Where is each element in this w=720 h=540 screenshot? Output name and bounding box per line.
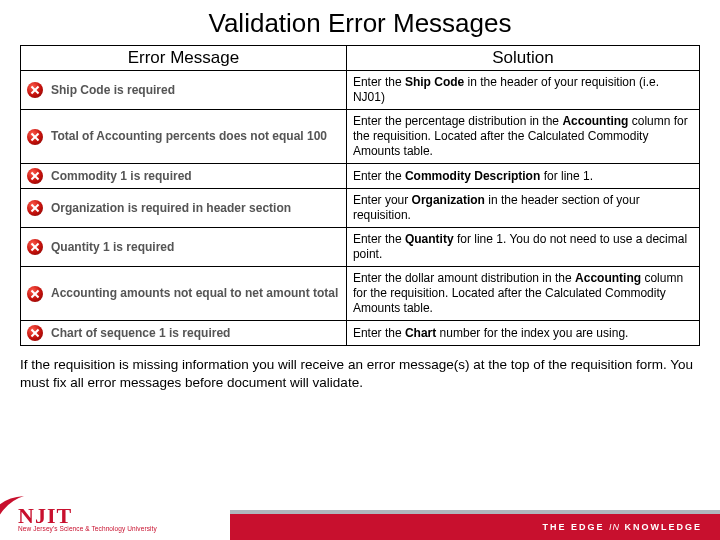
table-row: Ship Code is requiredEnter the Ship Code… [21,71,700,110]
error-x-icon [27,239,43,255]
error-message-text: Quantity 1 is required [51,240,174,255]
col-header-solution: Solution [346,46,699,71]
error-message-text: Total of Accounting percents does not eq… [51,129,327,144]
error-x-icon [27,200,43,216]
slide-footer: NJIT New Jersey's Science & Technology U… [0,498,720,540]
page-title: Validation Error Messages [20,8,700,39]
error-message-text: Commodity 1 is required [51,169,192,184]
error-x-icon [27,129,43,145]
logo-subtitle: New Jersey's Science & Technology Univer… [18,526,157,532]
error-cell: Accounting amounts not equal to net amou… [21,267,347,321]
table-row: Chart of sequence 1 is requiredEnter the… [21,321,700,346]
solution-cell: Enter the Commodity Description for line… [346,164,699,189]
solution-cell: Enter your Organization in the header se… [346,189,699,228]
solution-cell: Enter the Quantity for line 1. You do no… [346,228,699,267]
error-message-text: Organization is required in header secti… [51,201,291,216]
solution-cell: Enter the dollar amount distribution in … [346,267,699,321]
table-row: Organization is required in header secti… [21,189,700,228]
error-cell: Ship Code is required [21,71,347,110]
tagline: THE EDGE IN KNOWLEDGE [542,522,702,532]
njit-logo: NJIT New Jersey's Science & Technology U… [0,498,230,540]
table-row: Commodity 1 is requiredEnter the Commodi… [21,164,700,189]
error-message-text: Accounting amounts not equal to net amou… [51,286,338,301]
error-x-icon [27,168,43,184]
error-table: Error Message Solution Ship Code is requ… [20,45,700,346]
solution-cell: Enter the Chart number for the index you… [346,321,699,346]
error-x-icon [27,286,43,302]
table-row: Accounting amounts not equal to net amou… [21,267,700,321]
error-x-icon [27,325,43,341]
error-message-text: Chart of sequence 1 is required [51,326,230,341]
logo-text: NJIT [18,506,157,526]
col-header-error: Error Message [21,46,347,71]
error-cell: Chart of sequence 1 is required [21,321,347,346]
error-cell: Quantity 1 is required [21,228,347,267]
footer-note: If the requisition is missing informatio… [20,356,700,391]
table-row: Total of Accounting percents does not eq… [21,110,700,164]
swoosh-icon [0,492,26,532]
error-cell: Commodity 1 is required [21,164,347,189]
solution-cell: Enter the percentage distribution in the… [346,110,699,164]
solution-cell: Enter the Ship Code in the header of you… [346,71,699,110]
error-x-icon [27,82,43,98]
error-cell: Total of Accounting percents does not eq… [21,110,347,164]
table-row: Quantity 1 is requiredEnter the Quantity… [21,228,700,267]
error-cell: Organization is required in header secti… [21,189,347,228]
error-message-text: Ship Code is required [51,83,175,98]
